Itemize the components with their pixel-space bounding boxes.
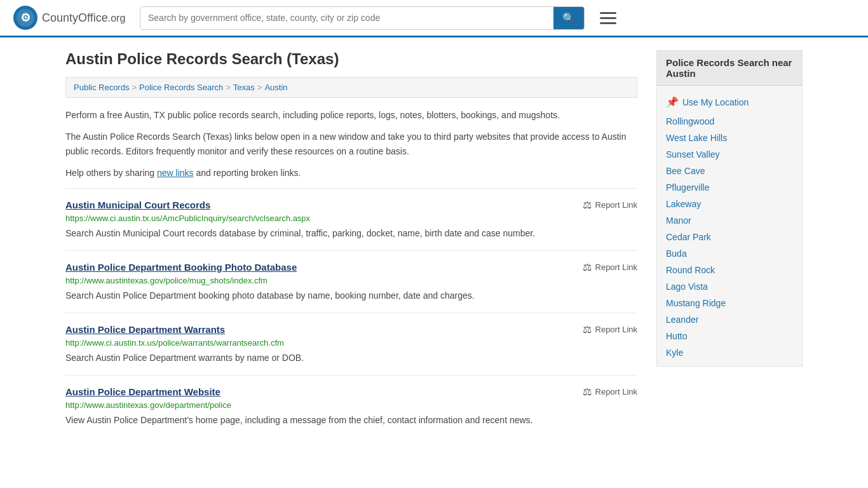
breadcrumb-sep-3: > <box>257 83 262 92</box>
description-paragraph-3: Help others by sharing new links and rep… <box>65 166 637 180</box>
record-item-header: Austin Municipal Court Records ⚖ Report … <box>65 199 637 211</box>
logo-text: CountyOffice.org <box>42 11 125 25</box>
main-container: Austin Police Records Search (Texas) Pub… <box>53 37 815 450</box>
description-paragraph-1: Perform a free Austin, TX public police … <box>65 108 637 122</box>
description-paragraph-2: The Austin Police Records Search (Texas)… <box>65 130 637 158</box>
pin-icon: 📌 <box>666 96 679 108</box>
breadcrumb-sep-1: > <box>132 83 137 92</box>
record-url-4[interactable]: http://www.austintexas.gov/department/po… <box>65 400 637 410</box>
record-url-2[interactable]: http://www.austintexas.gov/police/mug_sh… <box>65 276 637 285</box>
breadcrumb-public-records[interactable]: Public Records <box>74 83 129 92</box>
sidebar-item-rollingwood[interactable]: Rollingwood <box>657 113 802 130</box>
record-item: Austin Police Department Booking Photo D… <box>65 250 637 313</box>
sidebar-item-kyle[interactable]: Kyle <box>657 344 802 361</box>
record-item: Austin Police Department Warrants ⚖ Repo… <box>65 313 637 375</box>
svg-text:⚙: ⚙ <box>20 11 31 24</box>
record-title-1[interactable]: Austin Municipal Court Records <box>65 200 210 210</box>
sidebar-item-pflugerville[interactable]: Pflugerville <box>657 179 802 196</box>
page-title: Austin Police Records Search (Texas) <box>65 50 637 68</box>
breadcrumb-police-records[interactable]: Police Records Search <box>139 83 223 92</box>
record-url-1[interactable]: https://www.ci.austin.tx.us/AmcPublicInq… <box>65 214 637 223</box>
sidebar-item-leander[interactable]: Leander <box>657 311 802 328</box>
sidebar-item-west-lake-hills[interactable]: West Lake Hills <box>657 130 802 146</box>
report-icon-1: ⚖ <box>583 199 592 211</box>
record-item: Austin Police Department Website ⚖ Repor… <box>65 375 637 437</box>
record-item-header: Austin Police Department Warrants ⚖ Repo… <box>65 323 637 336</box>
record-description-3: Search Austin Police Department warrants… <box>65 351 637 365</box>
new-links-link[interactable]: new links <box>157 168 194 178</box>
record-item-header: Austin Police Department Booking Photo D… <box>65 261 637 273</box>
search-input[interactable] <box>140 7 553 29</box>
content-area: Austin Police Records Search (Texas) Pub… <box>65 50 637 437</box>
sidebar-item-round-rock[interactable]: Round Rock <box>657 262 802 278</box>
sidebar-item-hutto[interactable]: Hutto <box>657 328 802 344</box>
breadcrumb-sep-2: > <box>226 83 231 92</box>
record-url-3[interactable]: http://www.ci.austin.tx.us/police/warran… <box>65 338 637 348</box>
sidebar-item-lago-vista[interactable]: Lago Vista <box>657 278 802 295</box>
sidebar-item-lakeway[interactable]: Lakeway <box>657 196 802 212</box>
report-link-3[interactable]: ⚖ Report Link <box>583 323 637 336</box>
search-bar: 🔍 <box>140 6 585 30</box>
breadcrumb-austin[interactable]: Austin <box>264 83 287 92</box>
hamburger-menu-button[interactable] <box>597 10 619 27</box>
search-icon: 🔍 <box>562 13 575 24</box>
hamburger-line-2 <box>600 17 616 19</box>
record-title-4[interactable]: Austin Police Department Website <box>65 386 220 397</box>
logo-link[interactable]: ⚙ CountyOffice.org <box>13 5 127 30</box>
record-description-2: Search Austin Police Department booking … <box>65 289 637 302</box>
sidebar-item-buda[interactable]: Buda <box>657 245 802 262</box>
hamburger-line-3 <box>600 22 616 24</box>
record-item: Austin Municipal Court Records ⚖ Report … <box>65 188 637 250</box>
sidebar-item-cedar-park[interactable]: Cedar Park <box>657 229 802 245</box>
sidebar-item-sunset-valley[interactable]: Sunset Valley <box>657 146 802 163</box>
report-link-1[interactable]: ⚖ Report Link <box>583 199 637 211</box>
report-link-2[interactable]: ⚖ Report Link <box>583 261 637 273</box>
record-description-4: View Austin Police Department's home pag… <box>65 414 637 427</box>
sidebar-item-mustang-ridge[interactable]: Mustang Ridge <box>657 295 802 311</box>
sidebar: Police Records Search near Austin 📌 Use … <box>656 50 803 437</box>
sidebar-list: 📌 Use My Location Rollingwood West Lake … <box>657 86 802 366</box>
hamburger-line-1 <box>600 12 616 14</box>
record-description-1: Search Austin Municipal Court records da… <box>65 227 637 240</box>
report-icon-2: ⚖ <box>583 261 592 273</box>
sidebar-box: Police Records Search near Austin 📌 Use … <box>656 50 803 367</box>
use-my-location-button[interactable]: 📌 Use My Location <box>657 91 802 113</box>
record-title-2[interactable]: Austin Police Department Booking Photo D… <box>65 262 297 273</box>
record-title-3[interactable]: Austin Police Department Warrants <box>65 324 225 335</box>
records-list: Austin Municipal Court Records ⚖ Report … <box>65 188 637 437</box>
site-header: ⚙ CountyOffice.org 🔍 <box>0 0 868 37</box>
sidebar-item-bee-cave[interactable]: Bee Cave <box>657 163 802 179</box>
report-icon-4: ⚖ <box>583 386 592 398</box>
report-link-4[interactable]: ⚖ Report Link <box>583 386 637 398</box>
record-item-header: Austin Police Department Website ⚖ Repor… <box>65 386 637 398</box>
search-button[interactable]: 🔍 <box>553 7 584 29</box>
sidebar-title: Police Records Search near Austin <box>657 51 802 86</box>
logo-icon: ⚙ <box>13 5 38 30</box>
sidebar-item-manor[interactable]: Manor <box>657 212 802 229</box>
report-icon-3: ⚖ <box>583 323 592 336</box>
breadcrumb-texas[interactable]: Texas <box>233 83 255 92</box>
breadcrumb: Public Records > Police Records Search >… <box>65 77 637 98</box>
